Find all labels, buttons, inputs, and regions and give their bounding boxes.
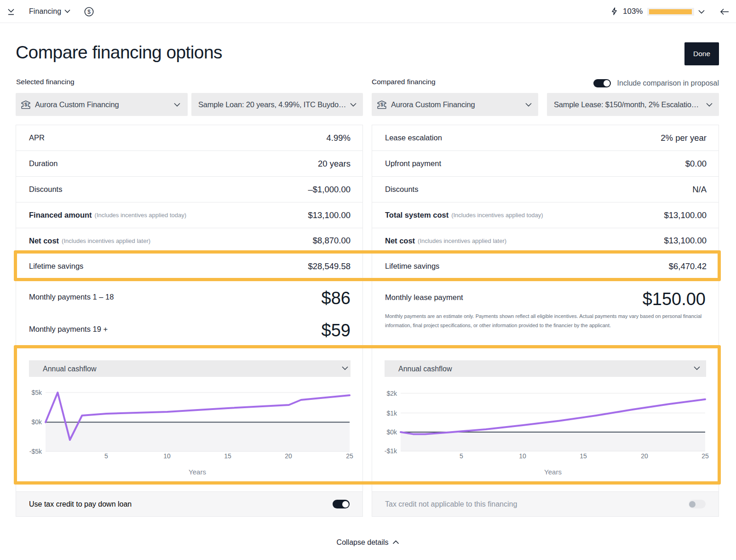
svg-text:Annual cashflow: Annual cashflow: [43, 365, 97, 373]
svg-text:$5k: $5k: [31, 389, 42, 396]
svg-text:Years: Years: [189, 468, 206, 476]
svg-text:Years: Years: [544, 468, 562, 476]
svg-text:Annual cashflow: Annual cashflow: [398, 365, 452, 373]
svg-text:$0k: $0k: [386, 428, 397, 436]
svg-text:-$5k: -$5k: [29, 448, 42, 455]
svg-text:$: $: [24, 102, 28, 107]
svg-text:5: 5: [460, 452, 463, 460]
svg-text:10: 10: [519, 452, 526, 460]
svg-text:10: 10: [163, 452, 171, 460]
svg-text:5: 5: [104, 452, 108, 460]
svg-text:20: 20: [641, 452, 648, 460]
svg-text:25: 25: [702, 452, 709, 460]
svg-text:$: $: [380, 102, 384, 107]
svg-text:15: 15: [580, 452, 587, 460]
svg-text:$0k: $0k: [31, 418, 42, 426]
svg-text:15: 15: [224, 452, 231, 460]
svg-text:20: 20: [285, 452, 292, 460]
svg-text:$1k: $1k: [386, 410, 397, 417]
svg-text:25: 25: [346, 452, 353, 460]
svg-text:$: $: [87, 9, 91, 15]
svg-text:$2k: $2k: [386, 390, 397, 397]
svg-text:-$1k: -$1k: [385, 447, 397, 455]
